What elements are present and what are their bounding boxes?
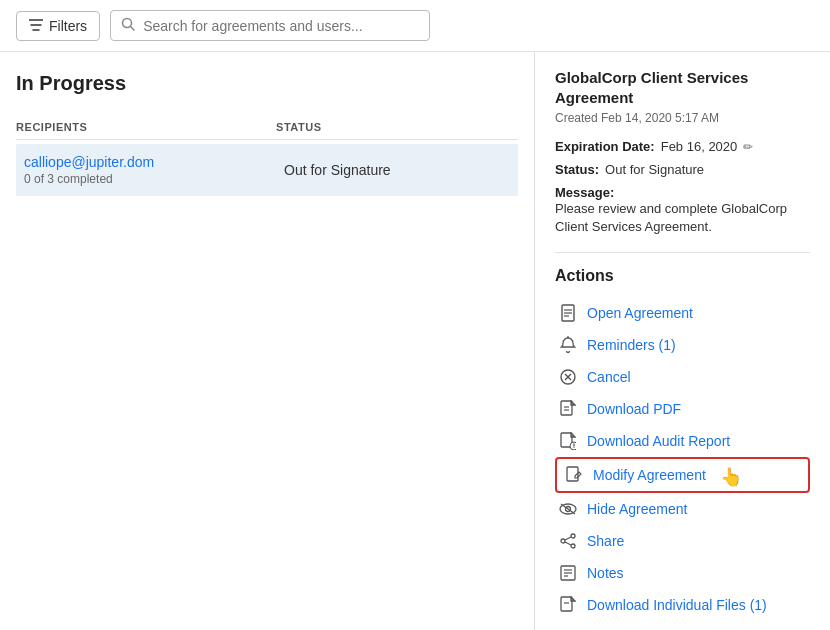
action-download-audit[interactable]: Download Audit Report bbox=[555, 425, 810, 457]
action-hide-agreement[interactable]: Hide Agreement bbox=[555, 493, 810, 525]
open-agreement-label: Open Agreement bbox=[587, 305, 693, 321]
expiration-value: Feb 16, 2020 bbox=[661, 139, 738, 154]
open-agreement-icon bbox=[559, 304, 577, 322]
action-notes[interactable]: Notes bbox=[555, 557, 810, 589]
table-row[interactable]: calliope@jupiter.dom 0 of 3 completed Ou… bbox=[16, 144, 518, 196]
svg-point-16 bbox=[573, 447, 574, 448]
hide-agreement-label: Hide Agreement bbox=[587, 501, 687, 517]
message-row: Message: Please review and complete Glob… bbox=[555, 185, 810, 236]
svg-line-24 bbox=[565, 537, 571, 540]
message-label: Message: bbox=[555, 185, 614, 200]
left-panel: In Progress RECIPIENTS STATUS calliope@j… bbox=[0, 52, 535, 630]
cursor-pointer-icon: 👆 bbox=[720, 466, 742, 488]
modify-agreement-icon bbox=[565, 466, 583, 484]
action-share[interactable]: Share bbox=[555, 525, 810, 557]
expiration-label: Expiration Date: bbox=[555, 139, 655, 154]
actions-list: Open AgreementReminders (1)CancelDownloa… bbox=[555, 297, 810, 621]
svg-rect-30 bbox=[561, 597, 572, 611]
right-panel: GlobalCorp Client Services Agreement Cre… bbox=[535, 52, 830, 630]
actions-title: Actions bbox=[555, 267, 810, 285]
action-download-pdf[interactable]: Download PDF bbox=[555, 393, 810, 425]
svg-rect-10 bbox=[561, 401, 572, 415]
reminders-label: Reminders (1) bbox=[587, 337, 676, 353]
filter-button[interactable]: Filters bbox=[16, 11, 100, 41]
search-box bbox=[110, 10, 430, 41]
download-audit-icon bbox=[559, 432, 577, 450]
table-header: RECIPIENTS STATUS bbox=[16, 115, 518, 140]
notes-icon bbox=[559, 564, 577, 582]
top-bar: Filters bbox=[0, 0, 830, 52]
download-pdf-label: Download PDF bbox=[587, 401, 681, 417]
message-value: Please review and complete GlobalCorp Cl… bbox=[555, 200, 810, 236]
filter-icon bbox=[29, 18, 43, 34]
status-label: Status: bbox=[555, 162, 599, 177]
search-icon bbox=[121, 17, 135, 34]
page-title: In Progress bbox=[16, 72, 518, 95]
reminders-icon bbox=[559, 336, 577, 354]
expiration-row: Expiration Date: Feb 16, 2020 ✏ bbox=[555, 139, 810, 154]
main-layout: In Progress RECIPIENTS STATUS calliope@j… bbox=[0, 52, 830, 630]
recipient-email: calliope@jupiter.dom bbox=[24, 154, 284, 170]
svg-line-1 bbox=[131, 27, 135, 31]
recipient-info: calliope@jupiter.dom 0 of 3 completed bbox=[24, 154, 284, 186]
svg-point-21 bbox=[571, 534, 575, 538]
modify-agreement-label: Modify Agreement bbox=[593, 467, 706, 483]
download-pdf-icon bbox=[559, 400, 577, 418]
status-row: Status: Out for Signature bbox=[555, 162, 810, 177]
cancel-icon bbox=[559, 368, 577, 386]
recipient-sub: 0 of 3 completed bbox=[24, 172, 284, 186]
svg-point-22 bbox=[561, 539, 565, 543]
agreement-title: GlobalCorp Client Services Agreement bbox=[555, 68, 810, 107]
hide-agreement-icon bbox=[559, 500, 577, 518]
search-input[interactable] bbox=[143, 18, 419, 34]
action-reminders[interactable]: Reminders (1) bbox=[555, 329, 810, 361]
col-header-status: STATUS bbox=[276, 121, 518, 133]
svg-point-23 bbox=[571, 544, 575, 548]
share-label: Share bbox=[587, 533, 624, 549]
status-value: Out for Signature bbox=[605, 162, 704, 177]
svg-point-14 bbox=[570, 442, 576, 450]
status-text: Out for Signature bbox=[284, 162, 510, 178]
cancel-label: Cancel bbox=[587, 369, 631, 385]
svg-line-25 bbox=[565, 542, 571, 545]
filter-label: Filters bbox=[49, 18, 87, 34]
agreement-created: Created Feb 14, 2020 5:17 AM bbox=[555, 111, 810, 125]
edit-icon[interactable]: ✏ bbox=[743, 140, 753, 154]
divider bbox=[555, 252, 810, 253]
action-cancel[interactable]: Cancel bbox=[555, 361, 810, 393]
download-individual-icon bbox=[559, 596, 577, 614]
col-header-recipients: RECIPIENTS bbox=[16, 121, 276, 133]
share-icon bbox=[559, 532, 577, 550]
action-download-individual[interactable]: Download Individual Files (1) bbox=[555, 589, 810, 621]
notes-label: Notes bbox=[587, 565, 624, 581]
download-audit-label: Download Audit Report bbox=[587, 433, 730, 449]
action-open-agreement[interactable]: Open Agreement bbox=[555, 297, 810, 329]
action-modify-agreement[interactable]: Modify Agreement👆 bbox=[555, 457, 810, 493]
download-individual-label: Download Individual Files (1) bbox=[587, 597, 767, 613]
